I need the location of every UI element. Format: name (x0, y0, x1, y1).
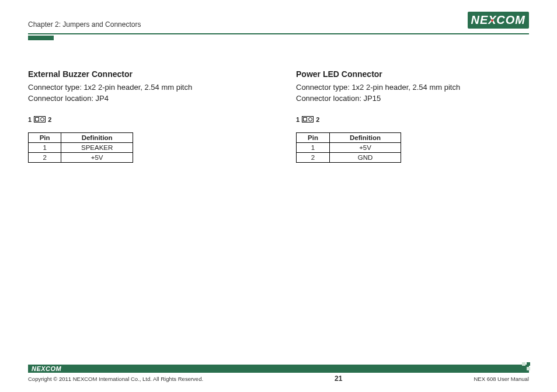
section-external-buzzer: External Buzzer Connector Connector type… (28, 69, 261, 163)
th-pin: Pin (297, 132, 330, 142)
logo-part-com: COM (496, 13, 525, 27)
pin-square-icon (35, 117, 39, 121)
pin-table: Pin Definition 1 +5V 2 GND (296, 132, 401, 163)
cell-pin: 2 (29, 152, 61, 162)
cell-def: +5V (330, 142, 401, 152)
table-row: 1 +5V (297, 142, 401, 152)
document-name: NEX 608 User Manual (474, 376, 529, 382)
page-footer: NEXCOM Copyright © 2011 NEXCOM Internati… (28, 365, 529, 383)
section-title: External Buzzer Connector (28, 69, 261, 79)
connector-location: Connector location: JP15 (296, 93, 529, 104)
pin-header-icon (302, 116, 314, 123)
pin-circle-icon (308, 117, 312, 121)
pin-label-1: 1 (28, 116, 32, 123)
th-pin: Pin (29, 132, 61, 142)
chapter-title: Chapter 2: Jumpers and Connectors (28, 20, 141, 29)
footer-logo: NEXCOM (32, 365, 61, 372)
section-title: Power LED Connector (296, 69, 529, 79)
pin-diagram: 1 2 (296, 116, 529, 123)
footer-bar: NEXCOM (28, 365, 529, 373)
copyright-text: Copyright © 2011 NEXCOM International Co… (28, 376, 203, 382)
table-row: 1 SPEAKER (29, 142, 133, 152)
logo-part-x: X (488, 13, 496, 27)
pin-table: Pin Definition 1 SPEAKER 2 +5V (28, 132, 133, 163)
pin-header-icon (34, 116, 46, 123)
table-row: 2 +5V (29, 152, 133, 162)
cell-pin: 1 (297, 142, 330, 152)
logo-part-ne: NE (471, 13, 489, 27)
pin-circle-icon (40, 117, 44, 121)
connector-type: Connector type: 1x2 2-pin header, 2.54 m… (296, 82, 529, 93)
pin-square-icon (303, 117, 307, 121)
cell-def: +5V (61, 152, 133, 162)
pin-diagram: 1 2 (28, 116, 261, 123)
pin-label-1: 1 (296, 116, 300, 123)
footer-squares-icon (522, 362, 530, 370)
brand-logo: NEXCOM (468, 12, 529, 29)
connector-type: Connector type: 1x2 2-pin header, 2.54 m… (28, 82, 261, 93)
header-rule (28, 33, 529, 34)
connector-location: Connector location: JP4 (28, 93, 261, 104)
accent-bar (28, 36, 54, 40)
page-number: 21 (335, 374, 342, 383)
cell-def: GND (330, 152, 401, 162)
th-definition: Definition (330, 132, 401, 142)
cell-pin: 2 (297, 152, 330, 162)
section-power-led: Power LED Connector Connector type: 1x2 … (296, 69, 529, 163)
th-definition: Definition (61, 132, 133, 142)
pin-label-2: 2 (48, 116, 51, 123)
pin-label-2: 2 (316, 116, 319, 123)
cell-pin: 1 (29, 142, 61, 152)
cell-def: SPEAKER (61, 142, 133, 152)
table-row: 2 GND (297, 152, 401, 162)
